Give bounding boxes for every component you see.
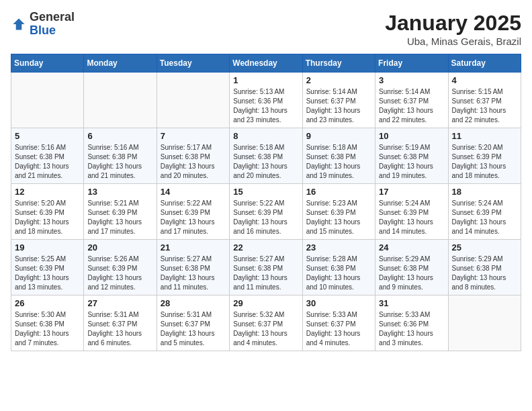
day-info: Sunrise: 5:14 AM Sunset: 6:37 PM Dayligh… [379, 87, 444, 125]
svg-marker-0 [13, 18, 24, 30]
calendar-cell: 7Sunrise: 5:17 AM Sunset: 6:38 PM Daylig… [157, 128, 229, 184]
calendar-cell: 9Sunrise: 5:18 AM Sunset: 6:38 PM Daylig… [302, 128, 375, 184]
day-info: Sunrise: 5:18 AM Sunset: 6:38 PM Dayligh… [306, 143, 371, 181]
calendar-cell: 22Sunrise: 5:27 AM Sunset: 6:38 PM Dayli… [230, 240, 302, 295]
day-number: 29 [233, 298, 298, 308]
day-number: 5 [15, 131, 80, 141]
day-info: Sunrise: 5:13 AM Sunset: 6:36 PM Dayligh… [233, 87, 298, 125]
day-info: Sunrise: 5:32 AM Sunset: 6:37 PM Dayligh… [233, 310, 298, 348]
day-info: Sunrise: 5:28 AM Sunset: 6:38 PM Dayligh… [306, 255, 371, 292]
day-number: 1 [233, 75, 298, 85]
calendar-cell: 13Sunrise: 5:21 AM Sunset: 6:39 PM Dayli… [84, 184, 157, 240]
weekday-header-wednesday: Wednesday [230, 54, 302, 73]
calendar-cell: 10Sunrise: 5:19 AM Sunset: 6:38 PM Dayli… [375, 128, 448, 184]
day-number: 16 [306, 187, 371, 197]
logo-icon [11, 16, 27, 32]
day-number: 27 [87, 298, 152, 308]
day-info: Sunrise: 5:14 AM Sunset: 6:37 PM Dayligh… [306, 87, 371, 125]
calendar-cell: 16Sunrise: 5:23 AM Sunset: 6:39 PM Dayli… [302, 184, 375, 240]
logo: General Blue [11, 11, 75, 38]
day-number: 24 [379, 242, 444, 253]
calendar-cell: 18Sunrise: 5:24 AM Sunset: 6:39 PM Dayli… [448, 184, 521, 240]
day-info: Sunrise: 5:19 AM Sunset: 6:38 PM Dayligh… [379, 143, 444, 181]
day-info: Sunrise: 5:18 AM Sunset: 6:38 PM Dayligh… [233, 143, 298, 181]
calendar-cell: 1Sunrise: 5:13 AM Sunset: 6:36 PM Daylig… [230, 73, 302, 128]
weekday-header-row: SundayMondayTuesdayWednesdayThursdayFrid… [11, 54, 521, 73]
day-number: 28 [161, 298, 226, 308]
day-number: 30 [306, 298, 371, 308]
calendar-cell: 14Sunrise: 5:22 AM Sunset: 6:39 PM Dayli… [157, 184, 229, 240]
day-info: Sunrise: 5:20 AM Sunset: 6:39 PM Dayligh… [452, 143, 517, 181]
day-number: 14 [161, 187, 226, 197]
day-info: Sunrise: 5:15 AM Sunset: 6:37 PM Dayligh… [452, 87, 517, 125]
weekday-header-saturday: Saturday [448, 54, 521, 73]
calendar-cell: 29Sunrise: 5:32 AM Sunset: 6:37 PM Dayli… [230, 295, 302, 351]
day-info: Sunrise: 5:16 AM Sunset: 6:38 PM Dayligh… [87, 143, 152, 181]
day-info: Sunrise: 5:22 AM Sunset: 6:39 PM Dayligh… [161, 199, 226, 236]
day-number: 8 [233, 131, 298, 141]
day-number: 13 [87, 187, 152, 197]
logo-text: General Blue [30, 11, 75, 38]
calendar-cell: 21Sunrise: 5:27 AM Sunset: 6:38 PM Dayli… [157, 240, 229, 295]
weekday-header-thursday: Thursday [302, 54, 375, 73]
day-info: Sunrise: 5:29 AM Sunset: 6:38 PM Dayligh… [452, 255, 517, 292]
day-info: Sunrise: 5:29 AM Sunset: 6:38 PM Dayligh… [379, 255, 444, 292]
day-number: 25 [452, 242, 517, 253]
calendar-cell: 4Sunrise: 5:15 AM Sunset: 6:37 PM Daylig… [448, 73, 521, 128]
day-number: 7 [161, 131, 226, 141]
week-row-2: 5Sunrise: 5:16 AM Sunset: 6:38 PM Daylig… [11, 128, 521, 184]
day-number: 12 [15, 187, 80, 197]
calendar-cell: 8Sunrise: 5:18 AM Sunset: 6:38 PM Daylig… [230, 128, 302, 184]
day-info: Sunrise: 5:25 AM Sunset: 6:39 PM Dayligh… [15, 255, 80, 292]
day-number: 6 [87, 131, 152, 141]
calendar-cell [157, 73, 229, 128]
week-row-4: 19Sunrise: 5:25 AM Sunset: 6:39 PM Dayli… [11, 240, 521, 295]
day-number: 10 [379, 131, 444, 141]
day-info: Sunrise: 5:31 AM Sunset: 6:37 PM Dayligh… [161, 310, 226, 348]
day-info: Sunrise: 5:17 AM Sunset: 6:38 PM Dayligh… [161, 143, 226, 181]
calendar-cell: 30Sunrise: 5:33 AM Sunset: 6:37 PM Dayli… [302, 295, 375, 351]
day-info: Sunrise: 5:27 AM Sunset: 6:38 PM Dayligh… [233, 255, 298, 292]
calendar-cell: 5Sunrise: 5:16 AM Sunset: 6:38 PM Daylig… [11, 128, 84, 184]
week-row-5: 26Sunrise: 5:30 AM Sunset: 6:38 PM Dayli… [11, 295, 521, 351]
title-area: January 2025 Uba, Minas Gerais, Brazil [385, 11, 521, 47]
day-info: Sunrise: 5:22 AM Sunset: 6:39 PM Dayligh… [233, 199, 298, 236]
calendar-cell: 24Sunrise: 5:29 AM Sunset: 6:38 PM Dayli… [375, 240, 448, 295]
day-number: 3 [379, 75, 444, 85]
day-number: 17 [379, 187, 444, 197]
week-row-3: 12Sunrise: 5:20 AM Sunset: 6:39 PM Dayli… [11, 184, 521, 240]
calendar-cell: 27Sunrise: 5:31 AM Sunset: 6:37 PM Dayli… [84, 295, 157, 351]
calendar-cell: 20Sunrise: 5:26 AM Sunset: 6:39 PM Dayli… [84, 240, 157, 295]
day-info: Sunrise: 5:27 AM Sunset: 6:38 PM Dayligh… [161, 255, 226, 292]
day-info: Sunrise: 5:16 AM Sunset: 6:38 PM Dayligh… [15, 143, 80, 181]
weekday-header-friday: Friday [375, 54, 448, 73]
day-info: Sunrise: 5:33 AM Sunset: 6:37 PM Dayligh… [306, 310, 371, 348]
calendar-cell: 15Sunrise: 5:22 AM Sunset: 6:39 PM Dayli… [230, 184, 302, 240]
day-number: 20 [87, 242, 152, 253]
calendar-cell: 19Sunrise: 5:25 AM Sunset: 6:39 PM Dayli… [11, 240, 84, 295]
weekday-header-monday: Monday [84, 54, 157, 73]
day-number: 18 [452, 187, 517, 197]
page-header: General Blue January 2025 Uba, Minas Ger… [11, 11, 521, 47]
calendar-cell: 26Sunrise: 5:30 AM Sunset: 6:38 PM Dayli… [11, 295, 84, 351]
day-number: 31 [379, 298, 444, 308]
calendar-cell: 12Sunrise: 5:20 AM Sunset: 6:39 PM Dayli… [11, 184, 84, 240]
day-number: 2 [306, 75, 371, 85]
day-number: 21 [161, 242, 226, 253]
day-info: Sunrise: 5:21 AM Sunset: 6:39 PM Dayligh… [87, 199, 152, 236]
day-info: Sunrise: 5:24 AM Sunset: 6:39 PM Dayligh… [379, 199, 444, 236]
calendar-cell: 2Sunrise: 5:14 AM Sunset: 6:37 PM Daylig… [302, 73, 375, 128]
day-info: Sunrise: 5:23 AM Sunset: 6:39 PM Dayligh… [306, 199, 371, 236]
day-info: Sunrise: 5:20 AM Sunset: 6:39 PM Dayligh… [15, 199, 80, 236]
calendar-cell [11, 73, 84, 128]
calendar-cell: 3Sunrise: 5:14 AM Sunset: 6:37 PM Daylig… [375, 73, 448, 128]
day-number: 4 [452, 75, 517, 85]
calendar-cell: 11Sunrise: 5:20 AM Sunset: 6:39 PM Dayli… [448, 128, 521, 184]
month-title: January 2025 [385, 11, 521, 36]
day-number: 26 [15, 298, 80, 308]
calendar-cell: 6Sunrise: 5:16 AM Sunset: 6:38 PM Daylig… [84, 128, 157, 184]
location: Uba, Minas Gerais, Brazil [385, 36, 521, 47]
week-row-1: 1Sunrise: 5:13 AM Sunset: 6:36 PM Daylig… [11, 73, 521, 128]
day-info: Sunrise: 5:31 AM Sunset: 6:37 PM Dayligh… [87, 310, 152, 348]
day-number: 19 [15, 242, 80, 253]
